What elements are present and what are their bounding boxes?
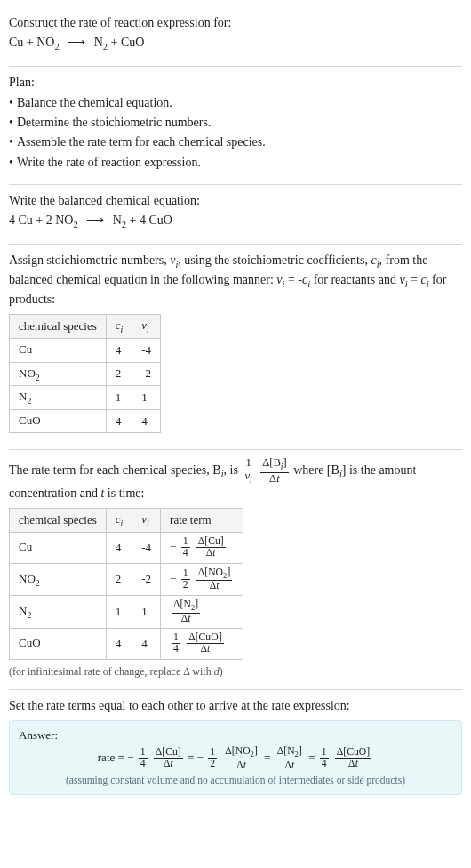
table-row: CuO 4 4 14 Δ[CuO]Δt (10, 629, 243, 660)
frac-den: Δt (196, 581, 233, 591)
table-row: Cu 4 -4 (10, 339, 161, 363)
col-species: chemical species (10, 509, 107, 533)
product-1-base: N (94, 36, 103, 49)
cell-c: 4 (106, 339, 132, 363)
frac-num: Δ[NO2] (196, 567, 233, 582)
plan-item-text: Balance the chemical equation. (17, 94, 172, 112)
t: t (355, 758, 358, 769)
coef-fraction: 12 (208, 747, 217, 770)
table-row: Cu 4 -4 − 14 Δ[Cu]Δt (10, 532, 243, 563)
frac-den: Δt (275, 760, 304, 771)
unbalanced-equation: Cu + NO2 ⟶ N2 + CuO (9, 34, 462, 53)
cell-c: 1 (106, 596, 132, 629)
answer-box: Answer: rate = − 14 Δ[Cu]Δt = − 12 Δ[NO2… (9, 720, 462, 795)
text: Δ[N (173, 599, 191, 610)
t: t (276, 472, 280, 485)
question-prompt: Construct the rate of reaction expressio… (9, 14, 462, 32)
cell-nu: -2 (132, 362, 161, 386)
text: Assign stoichiometric numbers, (9, 253, 170, 267)
product-2: CuO (121, 36, 144, 49)
species-base: N (19, 604, 27, 617)
cell-nu: -4 (132, 532, 161, 563)
text: Δ[NO (225, 745, 250, 757)
reactant-1: Cu (9, 36, 23, 49)
cell-rateterm: Δ[N2]Δt (161, 596, 243, 629)
balanced-block: Write the balanced chemical equation: 4 … (9, 185, 462, 245)
col-species: chemical species (10, 315, 107, 339)
bullet-icon: • (9, 133, 13, 151)
frac-num: Δ[Cu] (196, 536, 226, 548)
text: ] (227, 567, 230, 578)
coef: 4 (140, 213, 149, 227)
table-header-row: chemical species ci νi (10, 315, 161, 339)
frac-den: νi (243, 470, 253, 485)
plus: + (33, 213, 46, 227)
sign: − (170, 571, 176, 584)
species-base: NO (19, 572, 36, 585)
col-c: ci (106, 315, 132, 339)
text: Δ[B (262, 456, 281, 469)
coef-fraction: 12 (181, 568, 190, 591)
frac-num: 1 (181, 536, 190, 548)
plus: + (23, 36, 36, 49)
bullet-icon: • (9, 154, 13, 172)
equals: = (188, 751, 197, 764)
table-row: NO2 2 -2 − 12 Δ[NO2]Δt (10, 563, 243, 596)
plus: + (108, 36, 121, 49)
plan-item-text: Determine the stoichiometric numbers. (17, 114, 212, 132)
text: ] (283, 456, 286, 469)
plan-block: Plan: • Balance the chemical equation. •… (9, 67, 462, 184)
table-header-row: chemical species ci νi rate term (10, 509, 243, 533)
text: ] (254, 745, 258, 757)
t: t (291, 760, 294, 771)
cell-c: 4 (106, 409, 132, 433)
equals: = (264, 751, 274, 764)
c-sub: i (121, 325, 124, 334)
cell-rateterm: − 12 Δ[NO2]Δt (161, 563, 243, 596)
text: The rate term for each chemical species,… (9, 463, 221, 477)
plan-item: • Write the rate of reaction expression. (9, 154, 462, 172)
delta-fraction: Δ[NO2]Δt (196, 567, 233, 592)
delta-fraction: Δ[CuO]Δt (187, 632, 223, 655)
set-equal-text: Set the rate terms equal to each other t… (9, 697, 462, 715)
frac-den: 4 (139, 759, 148, 769)
plan-item: • Assemble the rate term for each chemic… (9, 133, 462, 151)
t: t (212, 547, 215, 559)
species-sub: 2 (36, 372, 40, 382)
frac-num: Δ[NO2] (223, 746, 259, 760)
frac-num: 1 (181, 568, 190, 580)
col-nu: νi (132, 509, 161, 533)
text: , is (224, 463, 242, 477)
frac-num: Δ[Bi] (260, 457, 289, 472)
arrow-icon: ⟶ (62, 36, 91, 49)
frac-num: 1 (243, 457, 253, 470)
delta-fraction: Δ[N2]Δt (275, 746, 304, 771)
rateterm-caption: (for infinitesimal rate of change, repla… (9, 665, 462, 679)
delta: Δ (269, 472, 276, 485)
equals: = (408, 273, 421, 286)
rateterm-block: The rate term for each chemical species,… (9, 450, 462, 689)
reactant-2-base: NO (36, 36, 54, 49)
frac-den: 4 (172, 644, 180, 655)
nu-sub: i (147, 325, 149, 334)
frac-num: Δ[CuO] (335, 747, 371, 759)
text: Δ[NO (198, 567, 223, 578)
text: for reactants and (310, 273, 399, 286)
rate-word: rate (98, 751, 115, 764)
coef-fraction: 14 (172, 632, 180, 655)
frac-den: Δt (172, 614, 200, 624)
frac-den: 2 (181, 580, 190, 591)
cell-nu: -2 (132, 563, 161, 596)
cell-c: 4 (106, 629, 132, 660)
species-sub: 2 (36, 577, 40, 587)
text: where [B (293, 463, 339, 477)
cell-nu: 1 (132, 386, 161, 410)
t: t (243, 760, 246, 771)
delta-fraction: Δ[NO2]Δt (223, 746, 259, 771)
t: t (170, 758, 172, 769)
nu-sub: i (250, 475, 252, 484)
stoich-intro: Assign stoichiometric numbers, νi, using… (9, 252, 462, 309)
species-base: NO (19, 366, 36, 380)
plan-title: Plan: (9, 74, 462, 92)
coef: 4 (9, 213, 19, 227)
